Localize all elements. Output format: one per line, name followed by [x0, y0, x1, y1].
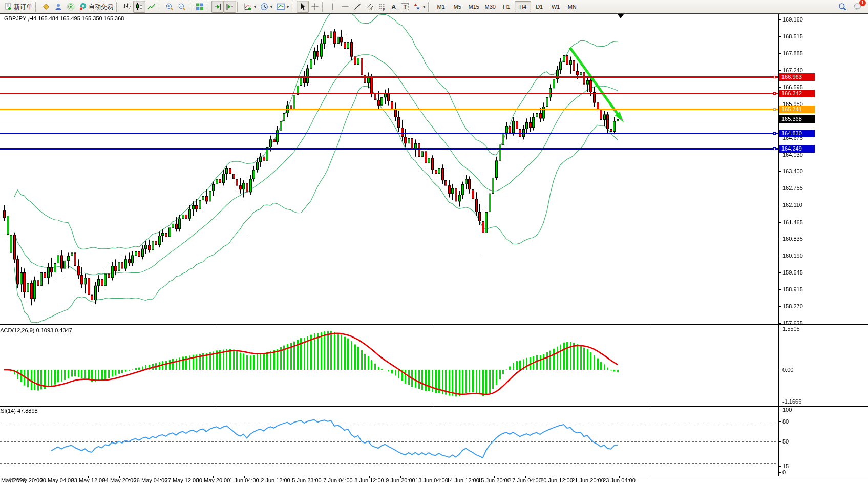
price-axis-tick[interactable]: 167.240 — [782, 67, 803, 74]
crosshair-button[interactable] — [309, 1, 321, 13]
autotrading-button[interactable]: 自动交易 — [77, 1, 115, 13]
zoom-in-icon — [165, 3, 174, 11]
date-axis-label: 27 May 12:00 — [165, 477, 199, 483]
auto-scroll-button[interactable] — [211, 1, 224, 13]
label-t-icon: T — [401, 3, 409, 10]
vertical-line-icon — [329, 3, 337, 11]
price-axis-tick[interactable]: 158.270 — [782, 303, 803, 310]
vertical-line-button[interactable] — [327, 1, 339, 13]
candlestick-button[interactable] — [133, 1, 145, 13]
line-handle[interactable] — [773, 147, 776, 150]
trendline-button[interactable] — [351, 1, 364, 13]
arrows-button[interactable]: ▾ — [411, 1, 427, 13]
line-handle[interactable] — [773, 132, 776, 135]
templates-button[interactable]: ▾ — [274, 1, 291, 13]
notifications-button[interactable]: 1 — [852, 1, 864, 13]
price-axis-tick[interactable]: 158.915 — [782, 286, 803, 293]
toolbar-group-separator — [116, 2, 120, 12]
tile-windows-button[interactable] — [194, 1, 206, 13]
timeframe-m15-button[interactable]: M15 — [465, 1, 482, 12]
zoom-out-icon — [178, 3, 186, 11]
rsi-axis-tick[interactable]: 80 — [782, 418, 789, 425]
price-axis-tick[interactable]: 161.465 — [782, 219, 803, 226]
date-axis-label: 20 May 04:00 — [40, 477, 74, 483]
auto-scroll-icon — [214, 3, 222, 11]
line-chart-icon — [147, 3, 156, 11]
line-handle[interactable] — [773, 92, 776, 95]
line-handle[interactable] — [773, 76, 776, 78]
bar-chart-button[interactable] — [121, 1, 133, 13]
date-axis-label: 20 Jun 12:00 — [540, 477, 573, 483]
dropdown-caret-icon[interactable]: ▾ — [423, 5, 425, 9]
text-label-button[interactable]: T — [399, 1, 411, 13]
timeframe-h1-button[interactable]: H1 — [498, 1, 515, 12]
dropdown-caret-icon[interactable]: ▾ — [287, 5, 289, 9]
horizontal-level-line[interactable] — [0, 109, 778, 110]
new-order-button[interactable]: 新订单 — [2, 1, 34, 13]
timeframe-h4-button[interactable]: H4 — [515, 1, 531, 12]
search-button[interactable] — [836, 1, 849, 13]
rsi-axis-tick[interactable]: 100 — [782, 406, 792, 413]
indicators-button[interactable]: ▾ — [242, 1, 258, 13]
date-axis-label: 17 Jun 04:00 — [509, 477, 542, 483]
date-axis-label: 21 Jun 20:00 — [571, 477, 604, 483]
timeframe-m1-button[interactable]: M1 — [433, 1, 449, 12]
arrows-icon — [413, 3, 421, 11]
price-axis-tick[interactable]: 160.190 — [782, 252, 803, 259]
horizontal-line-button[interactable] — [339, 1, 351, 13]
channel-button[interactable]: E — [364, 1, 376, 13]
date-axis-label: 2 Jun 12:00 — [261, 477, 290, 483]
market-icon — [42, 3, 50, 11]
current-price-line[interactable] — [0, 119, 778, 119]
dropdown-caret-icon[interactable]: ▾ — [254, 5, 256, 9]
community-button[interactable] — [52, 1, 65, 13]
toolbar-group-separator — [35, 2, 39, 12]
timeframe-d1-button[interactable]: D1 — [531, 1, 547, 12]
chart-shift-marker[interactable] — [618, 14, 624, 18]
svg-text:E: E — [371, 7, 374, 11]
timeframe-w1-button[interactable]: W1 — [547, 1, 564, 12]
timeframe-m5-button[interactable]: M5 — [449, 1, 465, 12]
rsi-axis-tick[interactable]: 0 — [782, 469, 786, 476]
periods-button[interactable]: ▾ — [258, 1, 274, 13]
horizontal-level-line[interactable] — [0, 133, 778, 134]
new-order-button-label: 新订单 — [14, 3, 32, 11]
chart-canvas[interactable] — [0, 0, 868, 485]
macd-indicator-label: MACD(12,26,9) 0.1093 0.4347 — [0, 327, 72, 333]
market-button[interactable] — [40, 1, 52, 13]
toolbar-group-separator — [237, 2, 241, 12]
line-handle[interactable] — [773, 108, 776, 111]
price-axis-tick[interactable]: 162.755 — [782, 184, 803, 192]
new-order-icon — [4, 3, 12, 11]
line-chart-button[interactable] — [145, 1, 158, 13]
search-icon — [838, 3, 846, 11]
price-axis-tick[interactable]: 163.400 — [782, 167, 803, 175]
dropdown-caret-icon[interactable]: ▾ — [270, 5, 272, 9]
cursor-icon — [299, 3, 307, 11]
macd-axis-tick[interactable]: 1.5505 — [782, 325, 800, 332]
horizontal-level-line[interactable] — [0, 76, 778, 78]
price-axis-tick[interactable]: 167.885 — [782, 50, 803, 57]
date-axis-label: 9 Jun 20:00 — [386, 477, 415, 483]
signals-button[interactable] — [65, 1, 77, 13]
price-axis-tick[interactable]: 162.110 — [782, 201, 802, 208]
price-axis-tick[interactable]: 168.515 — [782, 33, 803, 40]
macd-axis-tick[interactable]: 0.00 — [782, 366, 793, 373]
rsi-axis-tick[interactable]: 50 — [782, 438, 789, 445]
price-axis-tick[interactable]: 160.835 — [782, 235, 803, 242]
horizontal-level-line[interactable] — [0, 148, 778, 150]
timeframe-m30-button[interactable]: M30 — [482, 1, 498, 12]
bar-chart-icon — [123, 3, 131, 11]
text-button[interactable]: A — [388, 1, 399, 13]
price-axis-tick[interactable]: 159.545 — [782, 269, 803, 276]
cursor-button[interactable] — [297, 1, 309, 13]
chart-shift-button[interactable] — [224, 1, 236, 13]
macd-axis-tick[interactable]: -1.1666 — [782, 398, 801, 405]
toolbar-separator — [0, 13, 868, 14]
fibonacci-button[interactable]: F — [376, 1, 388, 13]
timeframe-mn-button[interactable]: MN — [564, 1, 580, 12]
horizontal-level-line[interactable] — [0, 93, 778, 94]
zoom-in-button[interactable] — [163, 1, 176, 13]
zoom-out-button[interactable] — [176, 1, 188, 13]
price-axis-tick[interactable]: 169.160 — [782, 16, 803, 23]
